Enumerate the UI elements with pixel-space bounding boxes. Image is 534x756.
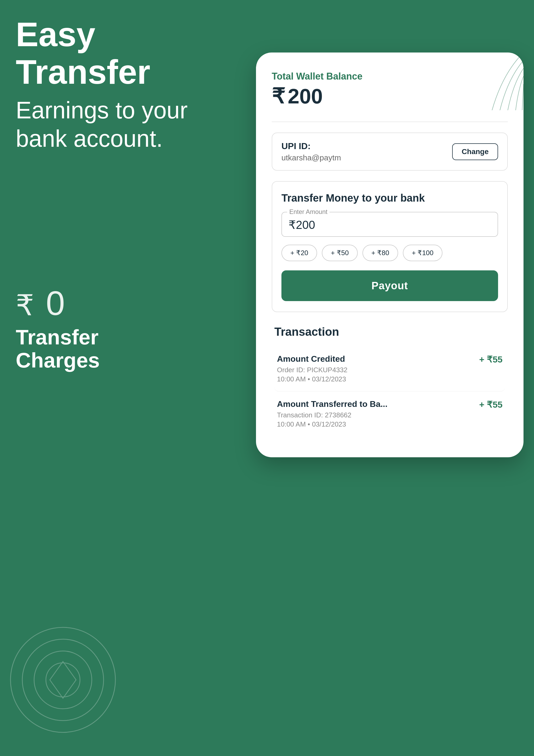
txn-title-2: Amount Transferred to Ba... [277,399,387,409]
wallet-label: Total Wallet Balance [272,71,508,82]
subtitle: Earnings to your bank account. [16,96,199,153]
svg-point-0 [11,627,115,732]
txn-subtitle-1: Order ID: PICKUP4332 [277,366,347,374]
amount-input-value[interactable]: ₹200 [289,218,491,231]
rupee-zero-symbol: ₹ [16,284,45,323]
subtitle-line1: Earnings to your [16,97,188,123]
transfer-card: Transfer Money to your bank Enter Amount… [272,181,508,312]
svg-point-2 [34,651,92,709]
quick-amount-80[interactable]: + ₹80 [363,245,398,261]
amount-input-label: Enter Amount [287,208,329,216]
transaction-section: Transaction Amount Credited Order ID: PI… [272,325,508,436]
txn-left-2: Amount Transferred to Ba... Transaction … [277,399,387,428]
upi-id-label: UPI ID: [281,141,341,151]
txn-time-2: 10:00 AM • 03/12/2023 [277,420,387,428]
upi-info: UPI ID: utkarsha@paytm [281,141,341,162]
zero-charges-amount: ₹ 0 [16,284,100,323]
subtitle-line2: bank account. [16,125,163,152]
txn-title-1: Amount Credited [277,354,347,364]
transfer-charges-label: Transfer Charges [16,326,100,372]
txn-subtitle-2: Transaction ID: 2738662 [277,411,387,419]
upi-id-value: utkarsha@paytm [281,153,341,162]
txn-left-1: Amount Credited Order ID: PICKUP4332 10:… [277,354,347,383]
zero-digit: 0 [46,286,65,320]
main-title: Easy Transfer [16,16,199,91]
quick-amounts: + ₹20 + ₹50 + ₹80 + ₹100 [281,245,498,261]
svg-marker-4 [50,662,76,698]
divider-1 [272,122,508,122]
quick-amount-100[interactable]: + ₹100 [403,245,443,261]
change-upi-button[interactable]: Change [452,143,498,160]
amount-input-wrapper[interactable]: Enter Amount ₹200 [281,212,498,237]
phone-card: Total Wallet Balance ₹ 200 UPI ID: utkar… [256,52,523,457]
wallet-amount-value: 200 [288,84,322,108]
transfer-title: Transfer Money to your bank [281,192,498,204]
zero-charges-section: ₹ 0 Transfer Charges [16,284,100,372]
wallet-section: Total Wallet Balance ₹ 200 [272,71,508,108]
transaction-item-1: Amount Credited Order ID: PICKUP4332 10:… [274,346,505,392]
svg-text:₹: ₹ [16,289,34,321]
txn-amount-2: + ₹55 [479,399,502,410]
txn-time-1: 10:00 AM • 03/12/2023 [277,375,347,383]
payout-button[interactable]: Payout [281,270,498,301]
quick-amount-50[interactable]: + ₹50 [322,245,358,261]
transaction-title: Transaction [274,325,505,338]
upi-card: UPI ID: utkarsha@paytm Change [272,133,508,171]
wallet-amount: ₹ 200 [272,84,508,108]
wallet-currency-symbol: ₹ [272,84,285,108]
quick-amount-20[interactable]: + ₹20 [281,245,317,261]
svg-point-3 [46,663,80,697]
background-decoration [8,625,118,735]
left-content: Easy Transfer Earnings to your bank acco… [16,16,199,174]
txn-amount-1: + ₹55 [479,354,502,364]
transaction-item-2: Amount Transferred to Ba... Transaction … [274,392,505,436]
